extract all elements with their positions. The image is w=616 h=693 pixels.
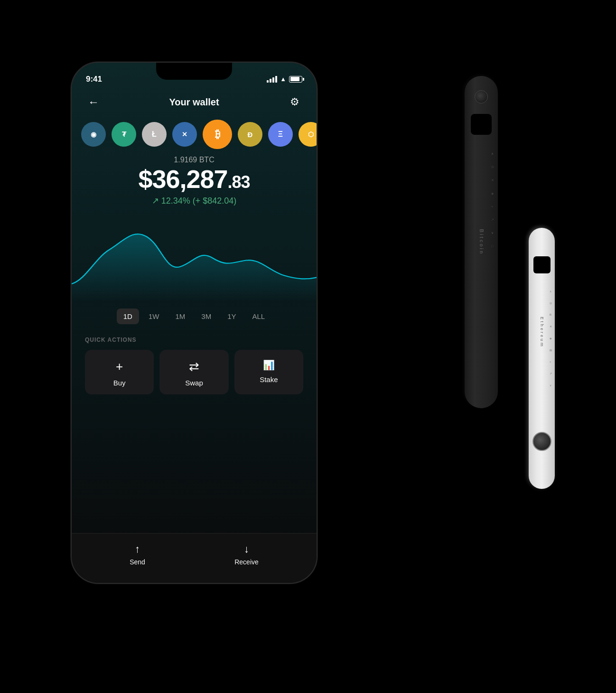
coin-dogecoin[interactable]: Ð — [238, 122, 262, 147]
nano-x-icon-3: ◈ — [491, 192, 494, 196]
coin-bnb[interactable]: ⬡ — [299, 122, 317, 147]
balance-usd-whole: $36,287 — [138, 165, 227, 193]
coin-litecoin[interactable]: Ł — [142, 122, 167, 147]
nano-x-icon-5: ↗ — [491, 218, 494, 222]
send-label: Send — [130, 558, 145, 566]
time-btn-1w[interactable]: 1W — [142, 309, 166, 324]
phone-screen: 9:41 ▲ ← Your wallet — [72, 63, 317, 583]
nano-x-menu: ∧ ⊙ ✕ ◈ + ↗ ∨ □ — [491, 152, 494, 248]
nano-s-device: Ethereum ∧ ⊙ B ✕ ◈ ⊞ + ↗ ∨ — [529, 228, 555, 489]
nano-x-device: Bitcoin ∧ ⊙ ✕ ◈ + ↗ ∨ □ — [465, 76, 498, 408]
notch — [156, 63, 232, 80]
scene: 9:41 ▲ ← Your wallet — [47, 38, 569, 655]
nano-s-icon-7: ↗ — [550, 372, 552, 375]
settings-button[interactable]: ⚙ — [286, 94, 303, 111]
quick-actions-label: QUICK ACTIONS — [85, 337, 303, 343]
swap-button[interactable]: ⇄ Swap — [159, 350, 228, 394]
nano-x-arrow-up: ∧ — [491, 152, 494, 156]
balance-change: ↗ 12.34% (+ $842.04) — [85, 196, 303, 206]
swap-label: Swap — [185, 379, 203, 387]
buy-icon: + — [116, 359, 123, 374]
balance-change-value: ↗ 12.34% (+ $842.04) — [152, 196, 237, 206]
header: ← Your wallet ⚙ — [72, 89, 317, 113]
signal-icon — [267, 76, 277, 83]
page-title: Your wallet — [169, 97, 219, 108]
balance-crypto: 1.9169 BTC — [85, 156, 303, 164]
coin-bitcoin[interactable]: ₿ — [203, 120, 232, 149]
nano-x-icon-6: □ — [491, 244, 494, 248]
buy-label: Buy — [113, 379, 126, 387]
quick-actions-grid: + Buy ⇄ Swap 📊 Stake — [85, 350, 303, 394]
balance-section: 1.9169 BTC $36,287.83 ↗ 12.34% (+ $842.0… — [72, 156, 317, 206]
nano-s-icon-5: ⊞ — [550, 348, 552, 352]
balance-usd: $36,287.83 — [85, 166, 303, 192]
nano-s-body: Ethereum ∧ ⊙ B ✕ ◈ ⊞ + ↗ ∨ — [529, 228, 555, 489]
nano-x-icon-1: ⊙ — [491, 165, 494, 169]
nano-x-icon-4: + — [491, 205, 494, 208]
time-range-selector: 1D 1W 1M 3M 1Y ALL — [72, 301, 317, 332]
receive-button[interactable]: ↓ Receive — [234, 543, 259, 566]
quick-actions-section: QUICK ACTIONS + Buy ⇄ Swap 📊 Stake — [72, 332, 317, 394]
swap-icon: ⇄ — [189, 359, 199, 374]
nano-s-icon-2: B — [550, 313, 552, 316]
receive-icon: ↓ — [244, 543, 249, 555]
receive-label: Receive — [234, 558, 259, 566]
nano-s-menu: ∧ ⊙ B ✕ ◈ ⊞ + ↗ ∨ — [550, 290, 552, 387]
wifi-icon: ▲ — [280, 75, 286, 83]
time-btn-1m[interactable]: 1M — [168, 309, 192, 324]
nano-x-top-button[interactable] — [475, 90, 488, 103]
send-icon: ↑ — [135, 543, 140, 555]
status-icons: ▲ — [267, 75, 302, 83]
status-time: 9:41 — [86, 75, 102, 84]
coins-row: ◉ ₮ Ł ✕ ₿ Ð Ξ ⬡ A — [72, 113, 317, 156]
battery-icon — [289, 76, 302, 83]
stake-button[interactable]: 📊 Stake — [234, 350, 303, 394]
stake-label: Stake — [260, 375, 278, 384]
nano-x-label: Bitcoin — [479, 229, 484, 255]
coin-other[interactable]: ◉ — [81, 122, 106, 147]
nano-x-screen — [471, 114, 492, 135]
stake-icon: 📊 — [263, 359, 275, 371]
nano-s-arrow-up: ∧ — [550, 290, 552, 293]
time-btn-1y[interactable]: 1Y — [221, 309, 243, 324]
nano-s-icon-4: ◈ — [550, 337, 552, 340]
nano-s-icon-1: ⊙ — [550, 301, 552, 305]
send-button[interactable]: ↑ Send — [130, 543, 145, 566]
time-btn-all[interactable]: ALL — [246, 309, 272, 324]
nano-s-label: Ethereum — [540, 317, 544, 348]
price-chart — [72, 215, 317, 301]
nano-x-arrow-down: ∨ — [491, 231, 494, 235]
nano-s-icon-6: + — [550, 360, 552, 363]
time-btn-3m[interactable]: 3M — [195, 309, 218, 324]
chart-container — [72, 206, 317, 301]
nano-s-icon-3: ✕ — [550, 325, 552, 328]
buy-button[interactable]: + Buy — [85, 350, 154, 394]
coin-ethereum[interactable]: Ξ — [268, 122, 293, 147]
phone: 9:41 ▲ ← Your wallet — [71, 62, 317, 584]
nano-s-screen — [533, 256, 551, 273]
coin-xrp[interactable]: ✕ — [172, 122, 197, 147]
time-btn-1d[interactable]: 1D — [117, 309, 139, 324]
coin-tether[interactable]: ₮ — [112, 122, 136, 147]
balance-usd-cents: .83 — [228, 172, 250, 192]
nano-x-icon-2: ✕ — [491, 178, 494, 182]
back-button[interactable]: ← — [85, 94, 102, 111]
bottom-bar: ↑ Send ↓ Receive — [72, 533, 317, 583]
nano-s-arrow-down: ∨ — [550, 384, 552, 387]
nano-x-body: Bitcoin ∧ ⊙ ✕ ◈ + ↗ ∨ □ — [465, 76, 498, 408]
nano-s-button[interactable] — [532, 432, 551, 451]
